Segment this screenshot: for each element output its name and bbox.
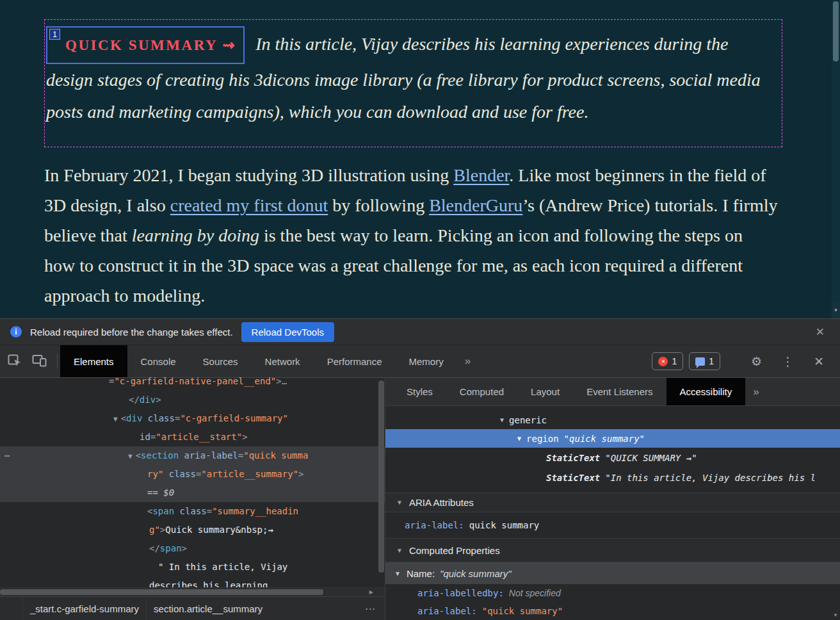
link-blenderguru[interactable]: BlenderGuru bbox=[429, 195, 522, 215]
page-scrollbar[interactable]: ▼ bbox=[832, 0, 840, 318]
tab-computed[interactable]: Computed bbox=[446, 378, 517, 405]
dom-token bbox=[179, 450, 184, 461]
error-count: 1 bbox=[672, 356, 677, 366]
scroll-down-arrow-icon[interactable]: ▼ bbox=[833, 612, 838, 618]
triangle-down-icon[interactable]: ▼ bbox=[396, 547, 403, 554]
inspect-element-icon[interactable] bbox=[8, 354, 22, 369]
dom-tree-row[interactable]: </div> bbox=[0, 391, 385, 409]
dom-token: = bbox=[238, 450, 243, 461]
elements-panel: ="c-garfield-native-panel__end">…</div>▼… bbox=[0, 378, 385, 620]
dom-token: "article__summary" bbox=[201, 469, 298, 479]
ax-role: StaticText bbox=[546, 453, 600, 463]
property-value: Not specified bbox=[509, 588, 561, 598]
ax-node-region[interactable]: ▼ region "quick summary" bbox=[385, 429, 840, 448]
source-order-badge: 1 bbox=[49, 29, 60, 40]
tab-accessibility[interactable]: Accessibility bbox=[666, 378, 746, 405]
more-actions-icon[interactable]: ⋯ bbox=[4, 446, 10, 465]
dom-tree-row[interactable]: <span class="summary__headin bbox=[0, 502, 385, 521]
computed-name-row[interactable]: ▼ Name: "quick summary" bbox=[385, 562, 840, 584]
dom-token: span bbox=[152, 506, 174, 516]
dom-token: … bbox=[282, 376, 287, 386]
section-title: Computed Properties bbox=[409, 545, 500, 556]
tab-memory[interactable]: Memory bbox=[396, 345, 457, 377]
ax-role: StaticText bbox=[546, 473, 600, 483]
chevron-down-icon[interactable]: ▼ bbox=[500, 416, 504, 423]
gear-icon[interactable]: ⚙ bbox=[744, 354, 769, 369]
error-icon: ✕ bbox=[658, 357, 668, 366]
dom-token: == $0 bbox=[147, 487, 174, 498]
error-count-badge[interactable]: ✕ 1 bbox=[652, 352, 683, 370]
dom-token: > bbox=[182, 543, 187, 553]
dom-tree-row[interactable]: ry" class="article__summary"> bbox=[0, 465, 385, 484]
dom-tree-row[interactable]: g">Quick summary&nbsp;⇝ bbox=[0, 521, 385, 539]
issues-count-badge[interactable]: 1 bbox=[689, 352, 720, 370]
sidebar-panel: StylesComputedLayoutEvent ListenersAcces… bbox=[385, 378, 840, 620]
triangle-down-icon[interactable]: ▼ bbox=[394, 570, 401, 577]
reload-devtools-button[interactable]: Reload DevTools bbox=[241, 322, 334, 342]
scroll-down-arrow-icon[interactable]: ▼ bbox=[832, 302, 840, 318]
dom-tree-row[interactable]: ="c-garfield-native-panel__end">… bbox=[0, 372, 385, 391]
close-devtools-icon[interactable]: ✕ bbox=[807, 354, 831, 369]
dom-tree-row[interactable]: describes his learning bbox=[0, 576, 385, 587]
dom-tree-row[interactable]: " In this article, Vijay bbox=[0, 558, 385, 576]
dom-token: > bbox=[298, 469, 303, 479]
scrollbar-thumb[interactable] bbox=[0, 589, 323, 595]
chevron-down-icon[interactable]: ▼ bbox=[517, 435, 521, 442]
property-key: aria-label: bbox=[417, 606, 477, 616]
dom-tree-row[interactable]: ⋯▼<section aria-label="quick summa bbox=[0, 446, 385, 465]
infobar-message: Reload required before the change takes … bbox=[30, 327, 233, 338]
dom-tree-row[interactable]: </span> bbox=[0, 539, 385, 558]
breadcrumb-overflow-icon[interactable]: ⋯ bbox=[365, 603, 376, 615]
info-icon: i bbox=[10, 326, 22, 338]
property-value: "quick summary" bbox=[440, 568, 512, 579]
dom-tree-row[interactable]: id="article__start"> bbox=[0, 428, 385, 446]
tab-styles[interactable]: Styles bbox=[393, 378, 446, 405]
summary-text: 1 QUICK SUMMARY ⇝ In this article, Vijay… bbox=[46, 26, 770, 128]
dom-token: div bbox=[140, 395, 156, 405]
dom-token: > bbox=[276, 376, 281, 386]
web-page-viewport: 1 QUICK SUMMARY ⇝ In this article, Vijay… bbox=[0, 0, 840, 318]
link-first-donut[interactable]: created my first donut bbox=[170, 195, 328, 215]
issues-icon bbox=[695, 357, 705, 366]
aria-labelledby-row[interactable]: aria-labelledby: Not specified bbox=[385, 584, 840, 602]
article-paragraph: In February 2021, I began studying 3D il… bbox=[44, 160, 778, 311]
tab-event-listeners[interactable]: Event Listeners bbox=[573, 378, 666, 405]
breadcrumb-item-section[interactable]: section.article__summary bbox=[146, 597, 270, 620]
triangle-down-icon[interactable]: ▼ bbox=[396, 499, 403, 506]
tab-layout[interactable]: Layout bbox=[517, 378, 573, 405]
more-tabs-icon[interactable]: » bbox=[457, 355, 478, 368]
link-blender[interactable]: Blender bbox=[453, 165, 509, 185]
aria-label-row[interactable]: aria-label: "quick summary" bbox=[385, 602, 840, 620]
accessibility-pane: ▼ generic ▼ region "quick summary" Stati… bbox=[385, 406, 840, 620]
scrollbar-thumb[interactable] bbox=[833, 1, 839, 61]
dom-tree-hscrollbar[interactable]: ▶ bbox=[0, 587, 385, 596]
aria-label-attribute-row[interactable]: aria-label: quick summary bbox=[385, 512, 840, 538]
ax-node-generic[interactable]: ▼ generic bbox=[385, 411, 840, 429]
attribute-value: quick summary bbox=[469, 520, 540, 530]
breadcrumb-label: section.article__summary bbox=[154, 603, 262, 614]
dom-token: < bbox=[136, 450, 141, 461]
devtools-infobar: i Reload required before the change take… bbox=[0, 319, 840, 345]
scroll-right-arrow-icon[interactable]: ▶ bbox=[369, 589, 373, 595]
dom-tree-row[interactable]: == $0 bbox=[0, 484, 385, 502]
ax-node-statictext[interactable]: StaticText "In this article, Vijay descr… bbox=[385, 468, 840, 487]
dom-token bbox=[142, 413, 147, 423]
property-value: "quick summary" bbox=[482, 606, 563, 616]
dom-tree-row[interactable]: ▼<div class="c-garfield-summary" bbox=[0, 409, 385, 428]
breadcrumb-item-summary-div[interactable]: _start.c-garfield-summary bbox=[23, 597, 146, 620]
summary-heading-text: QUICK SUMMARY ⇝ bbox=[65, 37, 236, 53]
infobar-close-icon[interactable]: ✕ bbox=[811, 323, 830, 341]
more-sidebar-tabs-icon[interactable]: » bbox=[745, 386, 766, 398]
dom-token: class bbox=[180, 506, 207, 516]
ax-name: "quick summary" bbox=[564, 434, 645, 444]
dom-token: "quick summa bbox=[243, 450, 308, 461]
computed-properties-header[interactable]: ▼ Computed Properties bbox=[385, 538, 840, 562]
device-toolbar-icon[interactable] bbox=[32, 354, 47, 369]
aria-attributes-header[interactable]: ▼ ARIA Attributes bbox=[385, 493, 840, 512]
dom-token: </ bbox=[149, 543, 160, 553]
dom-token: "c-garfield-native-panel__end" bbox=[114, 376, 276, 386]
kebab-menu-icon[interactable]: ⋮ bbox=[775, 354, 801, 369]
ax-node-statictext[interactable]: StaticText "QUICK SUMMARY ⇝" bbox=[385, 448, 840, 468]
dom-token: Quick summary&nbsp;⇝ bbox=[165, 525, 273, 535]
dom-tree-scrollbar-thumb[interactable] bbox=[378, 380, 384, 573]
